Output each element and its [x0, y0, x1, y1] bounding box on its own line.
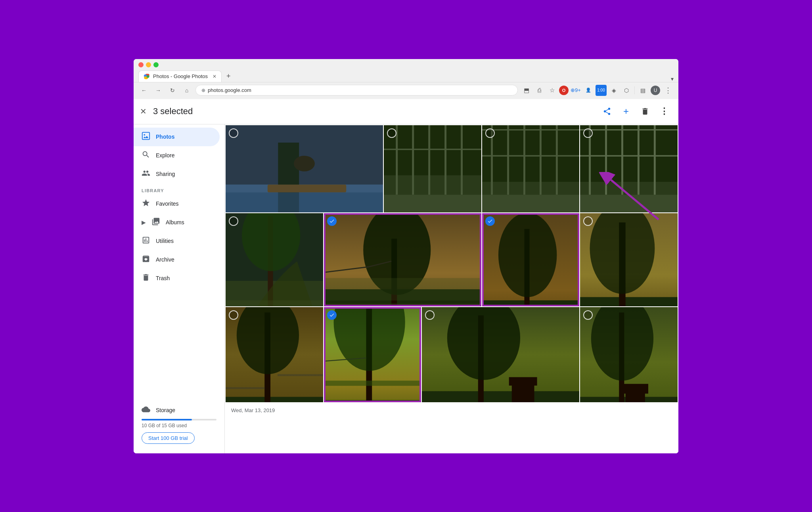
sidebar-toggle-icon[interactable]: ▤: [637, 85, 648, 96]
photos-icon: [142, 132, 150, 142]
sidebar-item-trash[interactable]: Trash: [134, 269, 220, 288]
traffic-light-yellow[interactable]: [146, 62, 151, 67]
library-section-label: LIBRARY: [134, 183, 224, 195]
share-button[interactable]: [599, 103, 615, 119]
storage-label: Storage: [156, 407, 175, 413]
sidebar-item-utilities[interactable]: Utilities: [134, 232, 220, 250]
sidebar-item-albums[interactable]: ▶ Albums: [134, 213, 220, 232]
svg-rect-69: [324, 380, 421, 386]
photo-cell-1[interactable]: [384, 125, 481, 212]
albums-expand-icon[interactable]: ▶: [142, 219, 146, 225]
back-button[interactable]: ←: [138, 85, 149, 96]
forward-button[interactable]: →: [153, 85, 164, 96]
photo-cell-10[interactable]: [422, 307, 579, 402]
select-circle-7[interactable]: [583, 216, 593, 226]
ext-opera-icon[interactable]: O: [559, 86, 569, 95]
browser-chrome: Photos - Google Photos ✕ + ▾: [134, 59, 678, 82]
new-tab-button[interactable]: +: [223, 71, 234, 82]
traffic-light-green[interactable]: [153, 62, 159, 67]
cast-icon[interactable]: ⬒: [521, 85, 532, 96]
storage-section: Storage 10 GB of 15 GB used Start 100 GB…: [134, 400, 224, 450]
ext-icon2[interactable]: ⬡: [621, 85, 632, 96]
ext-google-save-icon[interactable]: ⊕9+: [570, 85, 581, 96]
date-label: Wed, Mar 13, 2019: [231, 407, 275, 413]
select-circle-2[interactable]: [485, 128, 495, 138]
photo-cell-4[interactable]: [226, 213, 323, 306]
select-circle-8[interactable]: [229, 310, 238, 320]
archive-label: Archive: [156, 256, 174, 263]
ext-meet-icon[interactable]: 👤: [583, 85, 594, 96]
select-circle-1[interactable]: [387, 128, 396, 138]
upgrade-storage-button[interactable]: Start 100 GB trial: [142, 432, 195, 444]
photo-cell-7[interactable]: [580, 213, 678, 306]
bookmark-icon[interactable]: ☆: [546, 85, 557, 96]
svg-rect-37: [580, 195, 678, 212]
archive-icon: [142, 254, 150, 265]
sharing-label: Sharing: [156, 171, 175, 177]
sidebar-item-archive[interactable]: Archive: [134, 250, 220, 269]
sidebar-item-explore[interactable]: Explore: [134, 146, 220, 165]
svg-rect-66: [324, 400, 421, 402]
traffic-lights: [138, 62, 674, 67]
reload-button[interactable]: ↻: [167, 85, 178, 96]
address-bar: ← → ↻ ⌂ ⊕ photos.google.com ⬒ ⎙ ☆ O ⊕9+ …: [134, 82, 678, 99]
photos-favicon: [144, 73, 150, 80]
sidebar-item-favorites[interactable]: Favorites: [134, 195, 220, 213]
browser-more-icon[interactable]: ⋮: [663, 85, 674, 96]
photos-label: Photos: [156, 134, 174, 140]
utilities-icon: [142, 236, 150, 246]
header-actions: + ⋮: [599, 103, 672, 119]
photo-cell-8[interactable]: [226, 307, 323, 402]
select-circle-3[interactable]: [583, 128, 593, 138]
svg-rect-76: [509, 377, 537, 385]
home-button[interactable]: ⌂: [181, 85, 192, 96]
svg-rect-75: [512, 382, 534, 402]
utilities-label: Utilities: [156, 238, 174, 244]
svg-rect-82: [622, 384, 649, 394]
photo-cell-11[interactable]: [580, 307, 678, 402]
photo-area[interactable]: Wed, Mar 13, 2019: [225, 124, 678, 453]
share-page-icon[interactable]: ⎙: [534, 85, 545, 96]
close-selection-button[interactable]: ✕: [140, 107, 147, 116]
tab-close-btn[interactable]: ✕: [213, 74, 216, 79]
svg-rect-64: [278, 374, 323, 376]
svg-point-54: [498, 213, 557, 297]
select-circle-11[interactable]: [583, 310, 593, 320]
storage-icon: [142, 405, 150, 416]
favorites-label: Favorites: [156, 201, 179, 207]
albums-icon: [151, 217, 160, 228]
photo-cell-6[interactable]: [482, 213, 580, 306]
delete-button[interactable]: [637, 103, 653, 119]
photo-cell-2[interactable]: [482, 125, 580, 212]
svg-rect-63: [226, 387, 264, 389]
photo-cell-3[interactable]: [580, 125, 678, 212]
storage-bar-fill: [142, 419, 192, 420]
browser-dropdown-icon[interactable]: ▾: [671, 76, 674, 82]
ext-time-icon[interactable]: 1:00: [596, 85, 607, 96]
sidebar-item-sharing[interactable]: Sharing: [134, 165, 220, 183]
add-to-album-button[interactable]: +: [618, 103, 634, 119]
delete-icon: [641, 107, 649, 116]
check-icon-9: [329, 312, 335, 318]
more-options-button[interactable]: ⋮: [656, 103, 672, 119]
url-bar[interactable]: ⊕ photos.google.com: [195, 85, 518, 96]
photo-cell-5[interactable]: [324, 213, 481, 306]
select-circle-4[interactable]: [229, 216, 238, 226]
photo-cell-9[interactable]: [324, 307, 421, 402]
photo-cell-0[interactable]: [226, 125, 383, 212]
share-icon: [603, 107, 611, 116]
sidebar-item-photos[interactable]: Photos: [134, 128, 220, 146]
select-circle-10[interactable]: [425, 310, 435, 320]
select-circle-0[interactable]: [229, 128, 238, 138]
active-tab[interactable]: Photos - Google Photos ✕: [138, 71, 222, 82]
select-circle-6[interactable]: [485, 216, 495, 226]
select-circle-9[interactable]: [327, 310, 337, 320]
trash-icon: [142, 273, 150, 284]
ext-icon1[interactable]: ◈: [608, 85, 619, 96]
profile-icon[interactable]: U: [650, 85, 661, 96]
select-circle-5[interactable]: [327, 216, 337, 226]
svg-rect-9: [384, 125, 481, 175]
tab-title: Photos - Google Photos: [153, 73, 208, 79]
traffic-light-red[interactable]: [138, 62, 144, 67]
browser-window: Photos - Google Photos ✕ + ▾ ← → ↻ ⌂ ⊕ p…: [132, 58, 680, 455]
